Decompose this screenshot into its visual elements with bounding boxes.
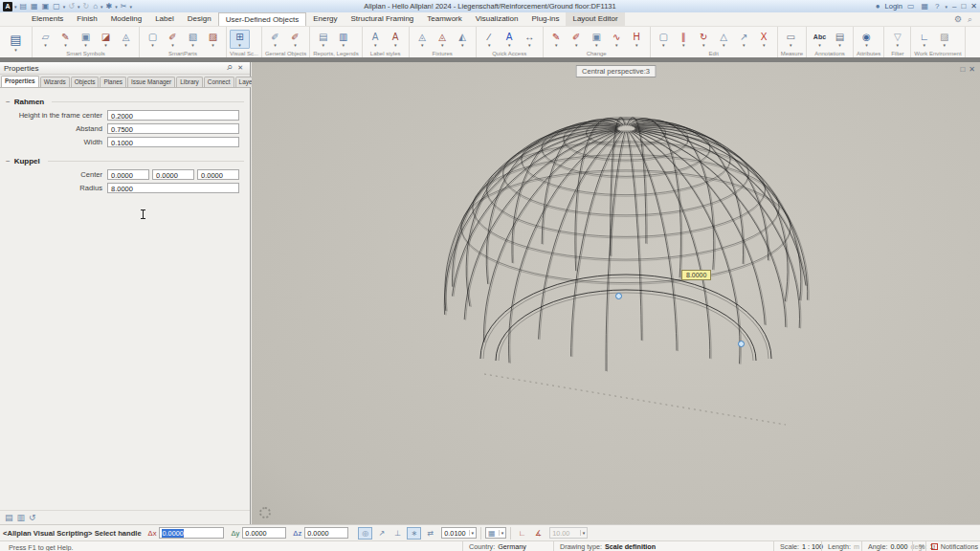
favorite-open-icon[interactable]: ▤ (5, 513, 13, 522)
snap-direction-icon[interactable]: ↗ (374, 527, 389, 540)
restore-button[interactable]: □ (961, 2, 966, 11)
fixture-modify-button[interactable]: ◬▾ (433, 31, 453, 48)
stretch-tool-caret[interactable]: ▾ (743, 43, 746, 48)
dimension-tool-caret[interactable]: ▾ (528, 43, 531, 48)
center-input-1[interactable]: 0.0000 (107, 169, 149, 180)
menu-structural-framing[interactable]: Structural Framing (345, 12, 421, 26)
edit-properties-button[interactable]: ▣▾ (587, 31, 607, 48)
label-style-edit-button[interactable]: A▾ (386, 31, 406, 48)
text-tool-button[interactable]: A▾ (500, 31, 520, 48)
symbol-replace-caret[interactable]: ▾ (104, 43, 107, 48)
snap-perpendicular-icon[interactable]: ⊥ (390, 527, 405, 540)
copy-tool-caret[interactable]: ▾ (662, 43, 665, 48)
login-user-icon[interactable]: ● (874, 2, 882, 11)
edit-symbol-pen-caret[interactable]: ▾ (64, 43, 67, 48)
edit-height-button[interactable]: H▾ (627, 31, 647, 48)
snap-point-icon[interactable]: ◎ (358, 527, 372, 540)
attribute-tags-button[interactable]: ◉▾ (857, 31, 877, 48)
viewport-close-button[interactable]: ✕ (969, 65, 975, 74)
filter-funnel-button[interactable]: ▽▾ (887, 31, 907, 48)
reports-list-button[interactable]: ▤▾ (313, 31, 333, 48)
array-tool-button[interactable]: ∥▾ (674, 31, 694, 48)
tab-planes[interactable]: Planes (100, 77, 126, 87)
help-icon[interactable]: ? (933, 2, 941, 11)
tab-library[interactable]: Library (176, 77, 203, 87)
general-object-pen-button[interactable]: ✐▾ (265, 31, 285, 48)
smartpart-cube-button[interactable]: ▧▾ (183, 31, 203, 48)
save-icon[interactable]: ▣ (40, 2, 52, 11)
delta-y-input[interactable]: 0.0000 (242, 527, 286, 539)
text-tool-caret[interactable]: ▾ (508, 43, 511, 48)
axes-setup-caret[interactable]: ▾ (924, 43, 926, 48)
smartpart-cube-modify-caret[interactable]: ▾ (212, 43, 214, 48)
delete-tool-caret[interactable]: ▾ (763, 43, 766, 48)
draw-line-button[interactable]: ∕▾ (479, 31, 500, 48)
environment-settings-button[interactable]: ▨▾ (934, 31, 954, 48)
draw-line-caret[interactable]: ▾ (488, 43, 491, 48)
filter-funnel-caret[interactable]: ▾ (897, 43, 900, 48)
center-input-3[interactable]: 0.0000 (197, 169, 239, 180)
viewport-central-perspective[interactable]: Central perspective:3 □✕ 8.0000 (252, 62, 980, 524)
snap-spacing-icon[interactable]: ⇄ (423, 527, 437, 540)
length-status[interactable]: Length:m (821, 541, 859, 551)
navigation-wheel-icon[interactable] (259, 507, 271, 518)
notifications-button[interactable]: ! Notifications (925, 541, 978, 551)
allplan-logo-icon[interactable]: A (3, 2, 12, 11)
abc-annotation-button[interactable]: Abc▾ (810, 31, 830, 48)
shop-icon[interactable]: ▦ (919, 2, 930, 11)
menu-elements[interactable]: Elements (25, 12, 70, 26)
label-style-edit-caret[interactable]: ▾ (394, 43, 397, 48)
attribute-tags-caret[interactable]: ▾ (865, 43, 868, 48)
login-label[interactable]: Login (885, 2, 902, 11)
width-input[interactable]: 0.1000 (107, 137, 239, 147)
label-style-caret[interactable]: ▾ (374, 43, 377, 48)
home-icon[interactable]: ⌂ (91, 2, 100, 11)
tab-objects[interactable]: Objects (71, 77, 100, 87)
tab-properties[interactable]: Properties (1, 76, 39, 87)
mirror-tool-button[interactable]: △▾ (714, 31, 734, 48)
legends-list-button[interactable]: ▥▾ (333, 31, 353, 48)
center-input-2[interactable]: 0.0000 (152, 169, 194, 180)
minimize-button[interactable]: – (952, 2, 956, 11)
abstand-input[interactable]: 0.7500 (107, 123, 239, 134)
menu-label[interactable]: Label (148, 12, 181, 26)
undo-icon[interactable]: ↺ (66, 2, 77, 11)
edit-properties-caret[interactable]: ▾ (595, 43, 598, 48)
symbol-scale-button[interactable]: ◬▾ (116, 31, 136, 48)
smartpart-cube-caret[interactable]: ▾ (191, 43, 194, 48)
environment-settings-caret[interactable]: ▾ (944, 43, 947, 48)
legends-list-caret[interactable]: ▾ (343, 43, 345, 48)
selection-handle[interactable] (615, 293, 622, 299)
label-style-button[interactable]: A▾ (366, 31, 386, 48)
rotate-tool-caret[interactable]: ▾ (702, 43, 705, 48)
menu-design[interactable]: Design (181, 12, 218, 26)
tab-issue-manager[interactable]: Issue Manager (127, 77, 175, 87)
screen-icon[interactable]: ▭ (905, 2, 917, 11)
close-button[interactable]: ✕ (970, 2, 977, 11)
symbol-image-caret[interactable]: ▾ (84, 43, 87, 48)
smartpart-folder-caret[interactable]: ▾ (151, 43, 154, 48)
menu-energy[interactable]: Energy (306, 12, 344, 26)
settings-gear-icon[interactable]: ⚙ (954, 14, 962, 24)
edit-symbol-pen-button[interactable]: ✎▾ (56, 31, 76, 48)
rotate-tool-button[interactable]: ↻▾ (694, 31, 714, 48)
edit-height-caret[interactable]: ▾ (635, 43, 638, 48)
smartpart-edit-pen-caret[interactable]: ▾ (171, 43, 174, 48)
menu-user-defined-objects[interactable]: User-Defined Objects (218, 12, 306, 26)
search-icon[interactable]: ⌕ (968, 14, 972, 25)
fixture-place-button[interactable]: ◬▾ (412, 31, 433, 48)
mirror-tool-caret[interactable]: ▾ (723, 43, 725, 48)
login-button[interactable]: ●Login▭▦?▾ (874, 2, 948, 11)
new-document-icon[interactable]: ▢ (51, 2, 62, 11)
edit-pen-button[interactable]: ✎▾ (546, 31, 567, 48)
grid-select[interactable]: ▦▾ (485, 527, 506, 539)
copy-tool-button[interactable]: ▢▾ (654, 31, 674, 48)
match-icon[interactable]: ✱ (104, 2, 115, 11)
menu-modeling[interactable]: Modeling (104, 12, 148, 26)
symbol-image-button[interactable]: ▣▾ (76, 31, 96, 48)
collapse-icon[interactable]: − (6, 157, 11, 165)
fixture-catalog-button[interactable]: ◭▾ (453, 31, 473, 48)
annotation-sheet-caret[interactable]: ▾ (838, 43, 841, 48)
smartpart-folder-button[interactable]: ▢▾ (143, 31, 163, 48)
delta-x-input[interactable]: 0.0000 (159, 527, 224, 539)
